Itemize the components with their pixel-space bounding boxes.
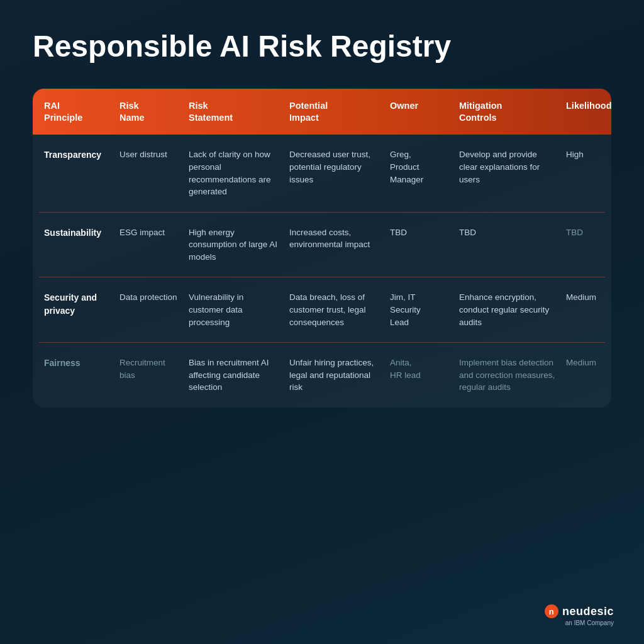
table-row: FairnessRecruitment biasBias in recruitm… xyxy=(39,343,605,408)
cell-risk_statement: Bias in recruitment AI affecting candida… xyxy=(184,357,284,394)
header-cell-risk_name: Risk Name xyxy=(114,100,184,124)
table-body: TransparencyUser distrustLack of clarity… xyxy=(33,135,611,407)
cell-potential_impact: Unfair hiring practices, legal and reput… xyxy=(284,357,385,394)
cell-risk_statement: Vulnerability in customer data processin… xyxy=(184,291,284,328)
cell-risk_statement: Lack of clarity on how personal recommen… xyxy=(184,148,284,197)
logo-text: n neudesic xyxy=(545,604,614,618)
cell-principle: Fairness xyxy=(39,357,114,394)
header-cell-owner: Owner xyxy=(385,100,454,124)
logo-sub: an IBM Company xyxy=(565,619,614,626)
table-header: RAI PrincipleRisk NameRisk StatementPote… xyxy=(33,89,611,135)
cell-potential_impact: Data breach, loss of customer trust, leg… xyxy=(284,291,385,328)
header-cell-mitigation: Mitigation Controls xyxy=(454,100,561,124)
header-cell-likelihood: Likelihood xyxy=(561,100,611,124)
cell-risk_name: Data protection xyxy=(114,291,184,328)
page-title: Responsible AI Risk Registry xyxy=(33,30,611,64)
cell-risk_name: ESG impact xyxy=(114,226,184,264)
cell-risk_name: User distrust xyxy=(114,148,184,197)
risk-registry-table: RAI PrincipleRisk NameRisk StatementPote… xyxy=(33,89,611,408)
cell-likelihood: Medium xyxy=(561,291,611,328)
cell-principle: Sustainability xyxy=(39,226,114,264)
cell-mitigation: TBD xyxy=(454,226,561,264)
table-row: SustainabilityESG impactHigh energy cons… xyxy=(39,213,605,278)
cell-likelihood: High xyxy=(561,148,611,197)
cell-mitigation: Enhance encryption, conduct regular secu… xyxy=(454,291,561,328)
header-cell-risk_statement: Risk Statement xyxy=(184,100,284,124)
cell-potential_impact: Increased costs, environmental impact xyxy=(284,226,385,264)
cell-mitigation: Develop and provide clear explanations f… xyxy=(454,148,561,197)
logo-name: neudesic xyxy=(562,605,614,618)
cell-risk_statement: High energy consumption of large AI mode… xyxy=(184,226,284,264)
cell-potential_impact: Decreased user trust, potential regulato… xyxy=(284,148,385,197)
cell-risk_name: Recruitment bias xyxy=(114,357,184,394)
logo-area: n neudesic an IBM Company xyxy=(545,604,614,626)
header-cell-principle: RAI Principle xyxy=(39,100,114,124)
cell-owner: Jim, IT Security Lead xyxy=(385,291,454,328)
table-row: Security and privacyData protectionVulne… xyxy=(39,277,605,343)
header-cell-potential_impact: Potential Impact xyxy=(284,100,385,124)
cell-principle: Transparency xyxy=(39,148,114,197)
cell-likelihood: TBD xyxy=(561,226,611,264)
cell-likelihood: Medium xyxy=(561,357,611,394)
table-row: TransparencyUser distrustLack of clarity… xyxy=(39,135,605,212)
cell-mitigation: Implement bias detection and correction … xyxy=(454,357,561,394)
cell-owner: Anita, HR lead xyxy=(385,357,454,394)
main-wrapper: Responsible AI Risk Registry RAI Princip… xyxy=(0,0,644,426)
cell-principle: Security and privacy xyxy=(39,291,114,328)
cell-owner: TBD xyxy=(385,226,454,264)
cell-owner: Greg, Product Manager xyxy=(385,148,454,197)
logo-icon: n xyxy=(545,604,558,618)
